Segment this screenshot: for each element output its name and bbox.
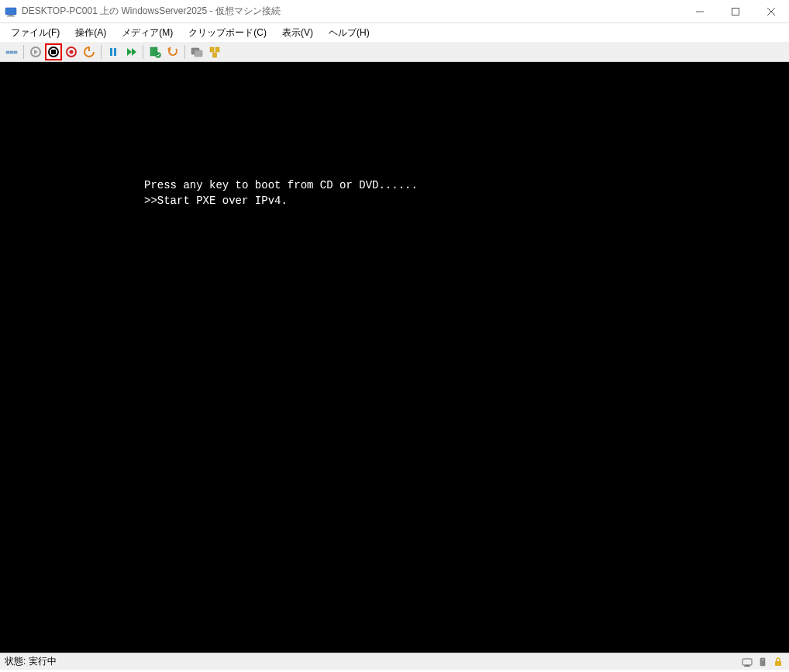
- status-bar: 状態: 実行中: [0, 653, 789, 670]
- svg-point-15: [70, 50, 74, 53]
- maximize-button[interactable]: [718, 0, 753, 23]
- console-line-2: >>Start PXE over IPv4.: [144, 194, 789, 209]
- menu-action[interactable]: 操作(A): [67, 24, 114, 42]
- window-controls: [682, 0, 789, 23]
- svg-rect-31: [744, 666, 750, 667]
- separator: [23, 45, 24, 59]
- svg-marker-11: [34, 50, 38, 54]
- svg-rect-2: [7, 16, 15, 16]
- pause-button[interactable]: [105, 43, 122, 60]
- toolbar: [0, 42, 789, 62]
- svg-rect-27: [215, 47, 219, 52]
- svg-point-22: [156, 52, 161, 57]
- svg-rect-25: [195, 50, 202, 57]
- status-right: [741, 656, 784, 668]
- menu-clipboard[interactable]: クリップボード(C): [181, 24, 274, 42]
- svg-point-33: [762, 659, 763, 660]
- svg-rect-0: [5, 8, 16, 15]
- ctrl-alt-del-button[interactable]: [3, 43, 20, 60]
- title-bar: DESKTOP-PC001 上の WindowsServer2025 - 仮想マ…: [0, 0, 789, 23]
- shut-down-button[interactable]: [63, 43, 80, 60]
- minimize-button[interactable]: [682, 0, 718, 23]
- network-icon: [741, 656, 753, 668]
- console-line-1: Press any key to boot from CD or DVD....…: [144, 178, 789, 194]
- svg-marker-20: [132, 48, 136, 56]
- app-icon: [5, 5, 17, 18]
- start-button-disabled[interactable]: [27, 43, 44, 60]
- revert-button[interactable]: [164, 43, 181, 60]
- title-left: DESKTOP-PC001 上の WindowsServer2025 - 仮想マ…: [5, 5, 281, 18]
- menu-file[interactable]: ファイル(F): [3, 24, 67, 42]
- vm-console[interactable]: Press any key to boot from CD or DVD....…: [0, 62, 789, 653]
- window-title: DESKTOP-PC001 上の WindowsServer2025 - 仮想マ…: [22, 5, 281, 18]
- reset-button[interactable]: [122, 43, 140, 60]
- svg-rect-28: [213, 53, 217, 57]
- share-button[interactable]: [206, 43, 223, 60]
- svg-rect-17: [110, 48, 112, 56]
- separator: [184, 45, 185, 59]
- svg-rect-1: [9, 15, 13, 16]
- svg-rect-30: [746, 665, 749, 666]
- svg-rect-18: [114, 48, 116, 56]
- sound-icon: [756, 656, 769, 668]
- close-button[interactable]: [753, 0, 789, 23]
- menu-media[interactable]: メディア(M): [114, 24, 181, 42]
- svg-rect-8: [10, 51, 13, 53]
- svg-rect-34: [775, 661, 781, 666]
- menu-bar: ファイル(F) 操作(A) メディア(M) クリップボード(C) 表示(V) ヘ…: [0, 23, 789, 42]
- menu-help[interactable]: ヘルプ(H): [321, 24, 377, 42]
- checkpoint-button[interactable]: [146, 43, 164, 60]
- save-button[interactable]: [81, 43, 98, 60]
- enhanced-session-button[interactable]: [188, 43, 205, 60]
- separator: [143, 45, 143, 59]
- svg-rect-7: [6, 51, 9, 53]
- lock-icon: [772, 656, 784, 668]
- svg-rect-29: [742, 659, 752, 665]
- menu-view[interactable]: 表示(V): [274, 24, 321, 42]
- svg-rect-4: [732, 8, 739, 15]
- turn-off-button[interactable]: [45, 43, 62, 60]
- svg-rect-13: [51, 50, 56, 54]
- svg-rect-9: [14, 51, 17, 53]
- status-text: 状態: 実行中: [5, 655, 57, 668]
- separator: [101, 45, 102, 59]
- svg-marker-19: [127, 48, 132, 56]
- svg-rect-26: [210, 47, 214, 52]
